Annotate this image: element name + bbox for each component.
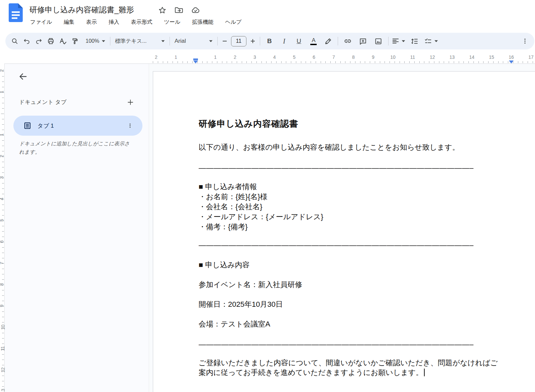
doc-divider[interactable]: ——————————————————————————————————————: [199, 163, 473, 172]
doc-content-section-header[interactable]: ■ 申し込み内容: [199, 260, 249, 270]
ruler-tick: [2, 311, 4, 312]
doc-line-email[interactable]: ・メールアドレス：{メールアドレス}: [199, 212, 323, 222]
ruler-tick: [291, 61, 291, 63]
doc-divider[interactable]: ——————————————————————————————————————: [199, 340, 473, 349]
document-title[interactable]: 研修申し込み内容確認書_雛形: [29, 5, 134, 15]
document-tabs-sidebar: ドキュメント タブ タブ 1 ドキュメントに追加した見出しがここに表示されます。: [5, 64, 149, 392]
ruler-number: 5: [293, 54, 296, 60]
doc-applicant-section-header[interactable]: ■ 申し込み者情報: [199, 182, 257, 192]
doc-line-company[interactable]: ・会社名：{会社名}: [199, 202, 323, 212]
ruler-number: 1: [214, 54, 217, 60]
print-button[interactable]: [45, 35, 57, 47]
toolbar-separator: [110, 37, 110, 45]
menu-help[interactable]: ヘルプ: [224, 18, 243, 27]
ruler-tick: [192, 61, 193, 63]
document-page[interactable]: 研修申し込み内容確認書 以下の通り、お客様の申し込み内容を確認しましたことをお知…: [153, 71, 535, 392]
menu-format[interactable]: 表示形式: [130, 18, 154, 27]
ruler-tick: [306, 61, 306, 63]
checklist-button[interactable]: [423, 35, 440, 47]
undo-button[interactable]: [21, 35, 33, 47]
ruler-number: 2: [0, 69, 4, 72]
insert-link-button[interactable]: [342, 35, 354, 47]
search-menus-button[interactable]: [9, 35, 21, 47]
ruler-tick: [178, 61, 178, 63]
doc-applicant-lines[interactable]: ・お名前：{姓}{名}様 ・会社名：{会社名} ・メールアドレス：{メールアドレ…: [199, 192, 323, 232]
more-options-button[interactable]: [519, 35, 531, 47]
zoom-select[interactable]: 100%: [83, 35, 108, 47]
doc-heading[interactable]: 研修申し込み内容確認書: [199, 119, 298, 129]
font-size-input[interactable]: 11: [231, 36, 246, 46]
star-icon[interactable]: [158, 6, 167, 14]
ruler-tick: [153, 61, 153, 63]
menu-file[interactable]: ファイル: [29, 18, 54, 27]
ruler-tick: [197, 61, 198, 63]
ruler-tick: [355, 61, 355, 63]
ruler-number: 3: [253, 54, 256, 60]
doc-closing-paragraph[interactable]: ご登録いただきました内容について、間違いがないかご確認いただき、問題がなければご…: [199, 358, 504, 377]
ruler-tick: [2, 258, 4, 258]
ruler-tick: [340, 61, 341, 63]
ruler-tick: [2, 119, 4, 119]
menu-insert[interactable]: 挿入: [107, 18, 121, 27]
paint-format-button[interactable]: [69, 35, 81, 47]
vertical-ruler[interactable]: 2112345678910111213: [0, 63, 5, 392]
horizontal-ruler[interactable]: 211234567891011121314151617: [149, 51, 535, 63]
ruler-number: 1: [0, 91, 4, 93]
menu-edit[interactable]: 編集: [63, 18, 76, 27]
ruler-tick: [345, 61, 345, 63]
doc-divider[interactable]: ——————————————————————————————————————: [199, 240, 473, 250]
add-comment-button[interactable]: [357, 35, 369, 47]
ruler-tick: [2, 360, 4, 360]
menu-tools[interactable]: ツール: [163, 18, 182, 27]
line-spacing-button[interactable]: [409, 35, 421, 47]
paragraph-styles-select[interactable]: 標準テキス...: [112, 35, 168, 47]
google-docs-logo[interactable]: [9, 3, 23, 23]
ruler-number: 4: [0, 198, 4, 200]
redo-button[interactable]: [33, 35, 45, 47]
ruler-tick: [271, 61, 272, 63]
align-button[interactable]: [391, 35, 407, 47]
ruler-tick: [493, 61, 494, 63]
doc-line-notes[interactable]: ・備考：{備考}: [199, 222, 323, 232]
ruler-tick: [227, 61, 227, 63]
italic-button[interactable]: I: [278, 35, 290, 47]
ruler-tick: [232, 61, 232, 63]
menu-extensions[interactable]: 拡張機能: [191, 18, 215, 27]
underline-button[interactable]: U: [293, 35, 305, 47]
menu-view[interactable]: 表示: [85, 18, 98, 27]
ruler-tick: [183, 61, 183, 63]
doc-line-name[interactable]: ・お名前：{姓}{名}様: [199, 192, 323, 202]
tab-item-selected[interactable]: タブ 1: [13, 116, 142, 136]
ruler-tick: [2, 226, 4, 226]
move-to-folder-icon[interactable]: [175, 6, 183, 14]
ruler-number: 7: [0, 262, 4, 264]
cloud-saved-icon[interactable]: [191, 6, 200, 14]
text-color-button[interactable]: A: [308, 35, 320, 47]
add-tab-button[interactable]: [125, 97, 135, 107]
doc-line-event[interactable]: 参加イベント名：新入社員研修: [199, 280, 302, 290]
doc-intro-paragraph[interactable]: 以下の通り、お客様の申し込み内容を確認しましたことをお知らせ致します。: [199, 142, 459, 152]
ruler-tick: [316, 61, 316, 63]
doc-line-venue[interactable]: 会場：テスト会議室A: [199, 319, 270, 329]
increase-font-size-button[interactable]: [248, 35, 258, 47]
bold-button[interactable]: B: [263, 35, 276, 47]
ruler-tick: [2, 269, 4, 269]
chevron-down-icon: [402, 40, 405, 42]
ruler-tick: [266, 61, 266, 63]
ruler-tick: [409, 61, 410, 63]
ruler-tick: [508, 61, 508, 63]
decrease-font-size-button[interactable]: [220, 35, 230, 47]
toolbar-separator: [260, 37, 260, 45]
ruler-number: 15: [489, 54, 494, 60]
insert-image-button[interactable]: [372, 35, 385, 47]
ruler-tick: [528, 61, 528, 63]
highlight-color-button[interactable]: [322, 35, 334, 47]
font-family-select[interactable]: Arial: [172, 35, 215, 47]
spellcheck-button[interactable]: [57, 35, 69, 47]
tab-options-kebab-icon[interactable]: [125, 121, 135, 131]
doc-line-date[interactable]: 開催日：2025年10月30日: [199, 299, 283, 309]
ruler-tick: [2, 253, 4, 253]
back-arrow-button[interactable]: [17, 71, 29, 83]
ruler-tick: [251, 61, 252, 63]
ruler-number: 2: [0, 155, 4, 157]
